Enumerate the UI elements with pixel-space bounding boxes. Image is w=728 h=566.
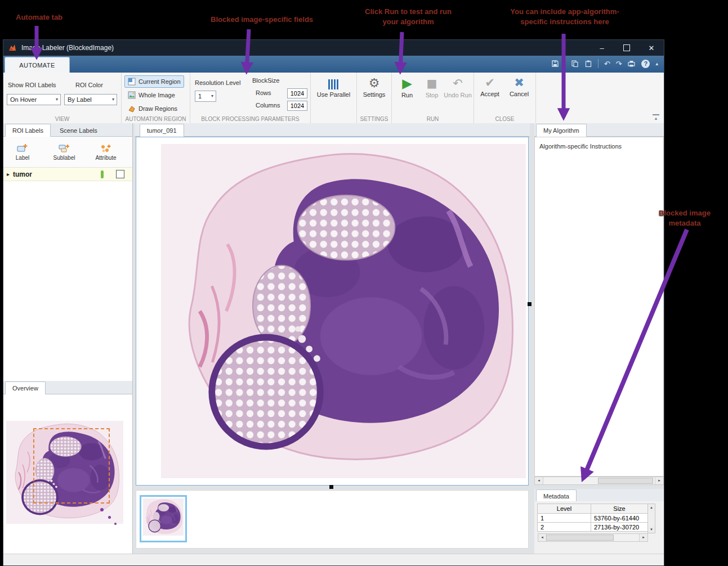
draw-regions-button[interactable]: Draw Regions [124, 102, 184, 115]
metadata-col-level: Level [537, 504, 591, 514]
window-title: Image Labeler (BlockedImage) [21, 44, 114, 52]
close-button[interactable]: ✕ [639, 40, 664, 56]
minimize-button[interactable]: – [589, 40, 614, 56]
section-automation-region: Current Region Whole Image Draw Regions … [122, 73, 190, 123]
section-label-run: RUN [392, 116, 474, 122]
tissue-speck [114, 523, 117, 525]
histology-image [161, 144, 526, 478]
collapse-ribbon-icon[interactable]: ▴ [655, 61, 658, 66]
scroll-right-icon[interactable]: ▸ [639, 534, 647, 541]
overview-selection-rect[interactable] [33, 428, 110, 504]
cancel-button[interactable]: ✖ Cancel [506, 77, 533, 97]
overview-panel[interactable] [3, 394, 132, 555]
image-viewer[interactable] [136, 137, 529, 486]
roi-color-swatch[interactable] [101, 170, 104, 178]
chevron-down-icon: ▾ [56, 97, 58, 102]
metadata-row[interactable]: 1 53760-by-61440 [538, 513, 648, 523]
toolbar-separator [565, 59, 565, 68]
run-icon: ▶ [402, 77, 412, 90]
add-label-button[interactable]: Label [7, 143, 38, 161]
accept-check-icon: ✔ [485, 77, 495, 89]
annotation-metadata: Blocked image metadata [653, 208, 716, 228]
titlebar: Image Labeler (BlockedImage) – ✕ [3, 40, 664, 56]
accept-button[interactable]: ✔ Accept [476, 77, 503, 97]
stop-button[interactable]: ■ Stop [421, 77, 443, 98]
metadata-panel: Level Size 1 53760-by-61440 2 27136-by-3… [534, 501, 664, 555]
status-bar [3, 554, 664, 565]
section-label-settings: SETTINGS [357, 116, 391, 122]
whole-image-button[interactable]: Whole Image [124, 89, 184, 101]
draw-regions-icon [128, 105, 136, 113]
algorithm-panel-hscrollbar[interactable]: ◂ ▸ [534, 477, 664, 485]
toolbar-separator [598, 59, 599, 68]
metadata-col-size: Size [591, 504, 648, 514]
show-roi-labels-dropdown[interactable]: On Hover▾ [7, 94, 61, 105]
print-icon[interactable] [627, 60, 636, 68]
section-label-close: CLOSE [474, 116, 535, 122]
save-icon[interactable] [551, 60, 559, 68]
filmstrip-thumbnail[interactable] [140, 495, 187, 542]
maximize-button[interactable] [614, 40, 639, 56]
tissue-speck [92, 500, 95, 503]
use-parallel-button[interactable]: Use Parallel [311, 79, 356, 98]
scroll-left-icon[interactable]: ◂ [538, 534, 547, 541]
add-sublabel-button[interactable]: Sublabel [48, 143, 80, 161]
redo-icon[interactable]: ↷ [616, 60, 622, 68]
resolution-level-dropdown[interactable]: 1▾ [195, 91, 216, 102]
tab-automate[interactable]: AUTOMATE [5, 57, 70, 73]
settings-button[interactable]: ⚙ Settings [357, 77, 391, 98]
add-attribute-button[interactable]: Attribute [90, 143, 122, 161]
annotation-blocked-fields: Blocked image-specific fields [211, 15, 313, 25]
paste-icon[interactable] [584, 60, 592, 68]
tab-scene-labels[interactable]: Scene Labels [52, 124, 105, 136]
section-run: ▶ Run ■ Stop ↶ Undo Run RUN [392, 73, 474, 123]
tab-my-algorithm[interactable]: My Algorithm [536, 124, 587, 137]
expand-arrow-icon[interactable]: ▸ [7, 172, 10, 177]
tab-roi-labels[interactable]: ROI Labels [5, 124, 51, 137]
section-block-params: Resolution Level 1▾ BlockSize Rows Colum… [190, 73, 311, 123]
roi-label-row-tumor[interactable]: ▸ tumor [3, 168, 132, 181]
metadata-hscrollbar[interactable]: ◂ ▸ [538, 533, 648, 542]
scroll-up-icon[interactable]: ▴ [648, 504, 655, 511]
current-region-button[interactable]: Current Region [124, 75, 184, 88]
undo-icon[interactable]: ↶ [604, 60, 610, 68]
scroll-left-icon[interactable]: ◂ [535, 477, 543, 484]
metadata-row[interactable]: 2 27136-by-30720 [538, 522, 648, 532]
resize-handle[interactable] [528, 302, 532, 306]
scroll-down-icon[interactable]: ▾ [648, 526, 655, 533]
matlab-logo-icon [8, 43, 17, 52]
tab-image-tumor-091[interactable]: tumor_091 [140, 124, 184, 137]
quick-access-toolbar: ↶ ↷ ? ▴ [551, 59, 658, 68]
metadata-vscrollbar[interactable]: ▴ ▾ [647, 504, 655, 533]
chevron-down-icon: ▾ [112, 97, 114, 102]
resolution-level-label: Resolution Level [195, 79, 240, 86]
gear-icon: ⚙ [369, 77, 380, 89]
roi-label-name: tumor [13, 170, 32, 178]
main-panel: tumor_091 [135, 123, 530, 555]
blocksize-label: BlockSize [252, 77, 279, 84]
automate-toolstrip: Show ROI Labels ROI Color On Hover▾ By L… [3, 73, 664, 124]
rows-input[interactable] [287, 88, 307, 98]
tab-metadata[interactable]: Metadata [536, 489, 577, 502]
columns-input[interactable] [287, 101, 307, 111]
roi-visibility-checkbox[interactable] [116, 170, 124, 178]
scroll-right-icon[interactable]: ▸ [655, 477, 663, 484]
label-button-bar: Label Sublabel Attribute [3, 137, 132, 168]
copy-icon[interactable] [571, 60, 579, 68]
sublabel-icon [59, 143, 70, 154]
whole-image-icon [128, 91, 136, 99]
roi-color-dropdown[interactable]: By Label▾ [64, 94, 117, 105]
app-window: Image Labeler (BlockedImage) – ✕ AUTOMAT… [3, 39, 664, 566]
help-icon[interactable]: ? [641, 60, 650, 68]
show-roi-labels-label: Show ROI Labels [8, 82, 56, 88]
tab-overview[interactable]: Overview [5, 381, 46, 394]
section-settings: ⚙ Settings SETTINGS [357, 73, 392, 123]
run-button[interactable]: ▶ Run [395, 77, 419, 98]
minimize-toolstrip-icon[interactable]: ▴ [653, 114, 659, 121]
rows-label: Rows [256, 89, 271, 96]
undo-run-button[interactable]: ↶ Undo Run [443, 77, 473, 98]
hscroll-thumb[interactable] [546, 534, 614, 541]
resize-handle[interactable] [329, 485, 333, 489]
hscroll-thumb[interactable] [598, 478, 653, 484]
right-panel: My Algorithm Algorithm-specific Instruct… [534, 123, 664, 555]
